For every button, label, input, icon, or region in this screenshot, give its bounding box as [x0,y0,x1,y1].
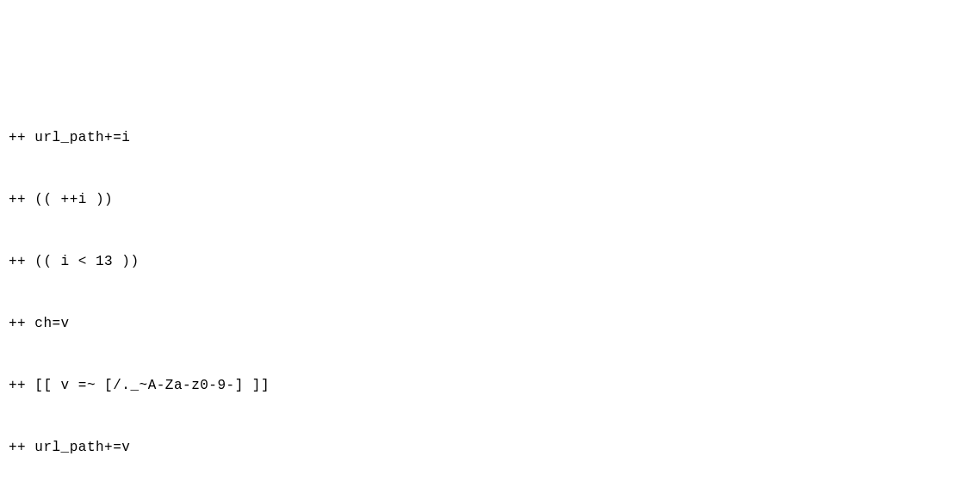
terminal-line: ++ url_path+=i [9,127,971,148]
terminal-line: ++ [[ v =~ [/._~A-Za-z0-9-] ]] [9,375,971,396]
terminal-line: ++ (( i < 13 )) [9,251,971,272]
terminal-line: ++ ch=v [9,313,971,334]
terminal-line: ++ url_path+=v [9,437,971,458]
terminal-output[interactable]: ++ url_path+=i ++ (( ++i )) ++ (( i < 13… [9,86,971,487]
terminal-line: ++ (( ++i )) [9,189,971,210]
